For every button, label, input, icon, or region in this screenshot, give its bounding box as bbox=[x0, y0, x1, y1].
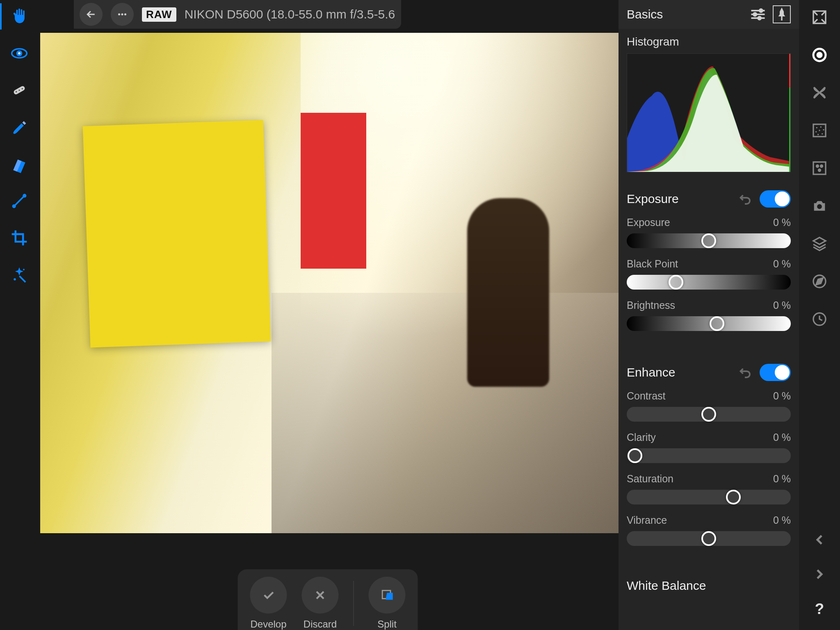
exposure-group-title: Exposure bbox=[627, 192, 737, 206]
svg-point-30 bbox=[817, 134, 819, 135]
history-icon[interactable] bbox=[810, 310, 829, 328]
enhance-group-header: Enhance bbox=[619, 354, 799, 388]
saturation-slider[interactable]: Saturation0 % bbox=[619, 471, 799, 513]
contrast-label: Contrast bbox=[627, 390, 665, 402]
adjustments-studio-icon[interactable] bbox=[810, 46, 829, 64]
svg-point-16 bbox=[753, 13, 756, 16]
svg-point-2 bbox=[18, 52, 21, 55]
exposure-reset-icon[interactable] bbox=[737, 192, 752, 206]
left-toolbar bbox=[0, 0, 37, 630]
exposure-label: Exposure bbox=[627, 217, 670, 228]
paint-tool[interactable] bbox=[8, 116, 31, 139]
svg-rect-31 bbox=[813, 162, 826, 174]
svg-point-28 bbox=[819, 130, 820, 131]
saturation-value: 0 % bbox=[773, 473, 791, 485]
more-button[interactable] bbox=[111, 3, 134, 26]
discard-button[interactable] bbox=[302, 577, 339, 614]
whitebalance-group-title: White Balance bbox=[627, 579, 791, 593]
svg-point-22 bbox=[817, 53, 822, 57]
histogram-label: Histogram bbox=[619, 29, 799, 53]
camera-icon[interactable] bbox=[810, 197, 829, 215]
svg-point-11 bbox=[118, 14, 120, 16]
redo-icon[interactable] bbox=[810, 565, 829, 583]
svg-point-13 bbox=[124, 14, 126, 16]
adjustments-panel: Basics Histogram bbox=[619, 0, 799, 630]
svg-point-10 bbox=[23, 269, 25, 270]
histogram[interactable] bbox=[627, 53, 791, 172]
action-divider bbox=[354, 581, 354, 626]
raw-badge: RAW bbox=[142, 7, 176, 22]
clarity-slider[interactable]: Clarity0 % bbox=[619, 430, 799, 471]
help-icon[interactable]: ? bbox=[810, 600, 829, 618]
navigator-icon[interactable] bbox=[810, 272, 829, 290]
undo-icon[interactable] bbox=[810, 531, 829, 549]
svg-point-12 bbox=[121, 14, 123, 16]
vibrance-value: 0 % bbox=[773, 514, 791, 526]
canvas-area: RAW NIKON D5600 (18.0-55.0 mm f/3.5-5.6)… bbox=[37, 0, 619, 630]
contrast-slider[interactable]: Contrast0 % bbox=[619, 388, 799, 430]
layers-icon[interactable] bbox=[810, 235, 829, 253]
image-viewport[interactable] bbox=[40, 33, 619, 533]
svg-point-6 bbox=[22, 88, 23, 90]
panel-title: Basics bbox=[627, 7, 743, 21]
overlay-paint-tool[interactable] bbox=[8, 153, 31, 176]
svg-point-27 bbox=[815, 131, 817, 132]
vibrance-label: Vibrance bbox=[627, 514, 667, 526]
svg-point-15 bbox=[760, 9, 762, 12]
exposure-value: 0 % bbox=[773, 217, 791, 228]
develop-button[interactable] bbox=[250, 577, 287, 614]
action-bar: Develop Discard Split bbox=[238, 569, 418, 630]
enhance-group-title: Enhance bbox=[627, 365, 737, 379]
redeye-tool[interactable] bbox=[8, 42, 31, 65]
back-button[interactable] bbox=[80, 3, 103, 26]
panel-header: Basics bbox=[619, 0, 799, 29]
blackpoint-value: 0 % bbox=[773, 258, 791, 270]
exposure-toggle[interactable] bbox=[760, 190, 791, 208]
brightness-value: 0 % bbox=[773, 299, 791, 311]
svg-point-35 bbox=[817, 204, 822, 209]
svg-point-17 bbox=[758, 17, 761, 20]
svg-point-9 bbox=[14, 278, 16, 281]
svg-point-5 bbox=[18, 89, 20, 91]
svg-text:?: ? bbox=[815, 600, 824, 617]
develop-label: Develop bbox=[250, 619, 286, 630]
blackpoint-label: Black Point bbox=[627, 258, 678, 270]
mesh-icon[interactable] bbox=[810, 84, 829, 102]
heal-tool[interactable] bbox=[8, 79, 31, 102]
svg-rect-19 bbox=[789, 87, 790, 172]
channels-icon[interactable] bbox=[810, 159, 829, 177]
wand-tool[interactable] bbox=[8, 263, 31, 286]
header-bar: RAW NIKON D5600 (18.0-55.0 mm f/3.5-5.6)… bbox=[74, 0, 401, 29]
fullscreen-icon[interactable] bbox=[810, 8, 829, 26]
exposure-slider[interactable]: Exposure0 % bbox=[619, 215, 799, 256]
svg-point-34 bbox=[818, 169, 821, 172]
exposure-group-header: Exposure bbox=[619, 180, 799, 215]
discard-label: Discard bbox=[304, 619, 337, 630]
svg-point-29 bbox=[822, 133, 823, 135]
saturation-label: Saturation bbox=[627, 473, 673, 485]
enhance-toggle[interactable] bbox=[760, 364, 791, 381]
clarity-label: Clarity bbox=[627, 431, 656, 443]
hand-tool[interactable] bbox=[8, 5, 31, 28]
crop-tool[interactable] bbox=[8, 226, 31, 249]
vibrance-slider[interactable]: Vibrance0 % bbox=[619, 513, 799, 554]
svg-point-26 bbox=[823, 129, 824, 130]
image-metadata: NIKON D5600 (18.0-55.0 mm f/3.5-5.6) - I… bbox=[185, 7, 395, 21]
split-button[interactable] bbox=[369, 577, 406, 614]
brightness-slider[interactable]: Brightness0 % bbox=[619, 298, 799, 339]
panel-sliders-icon[interactable] bbox=[749, 5, 767, 23]
brightness-label: Brightness bbox=[627, 299, 675, 311]
svg-point-25 bbox=[820, 126, 822, 128]
panel-pin-icon[interactable] bbox=[773, 5, 791, 23]
blackpoint-slider[interactable]: Black Point0 % bbox=[619, 256, 799, 298]
noise-icon[interactable] bbox=[810, 121, 829, 139]
contrast-value: 0 % bbox=[773, 390, 791, 402]
split-label: Split bbox=[377, 619, 397, 630]
svg-point-32 bbox=[816, 164, 819, 168]
svg-point-4 bbox=[16, 91, 17, 93]
studio-toolbar: ? bbox=[799, 0, 840, 630]
svg-point-33 bbox=[820, 164, 823, 168]
whitebalance-group-header: White Balance bbox=[619, 569, 799, 593]
gradient-tool[interactable] bbox=[8, 189, 31, 212]
enhance-reset-icon[interactable] bbox=[737, 365, 752, 380]
